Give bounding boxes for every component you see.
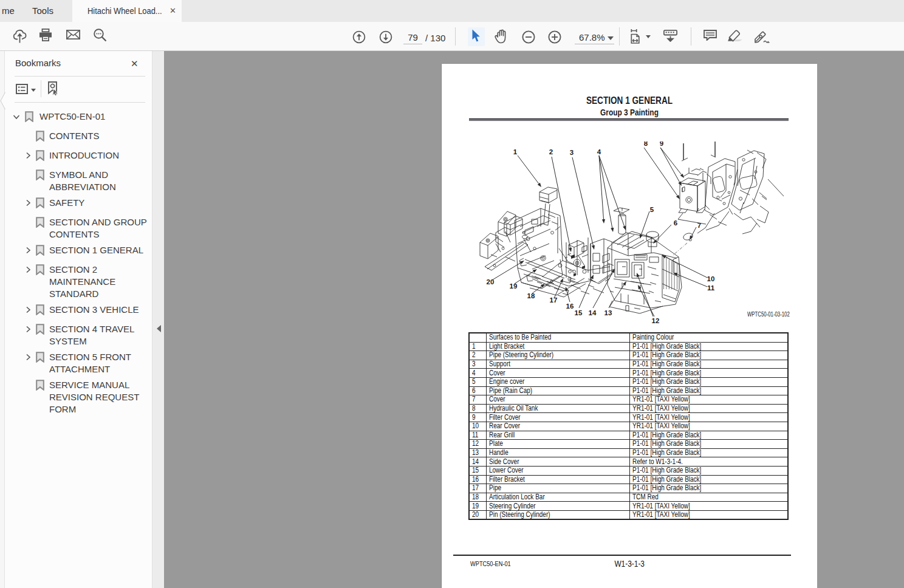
svg-text:17: 17 — [550, 296, 558, 304]
svg-text:3: 3 — [570, 149, 574, 156]
svg-text:1: 1 — [513, 148, 518, 156]
svg-text:12: 12 — [652, 317, 660, 324]
svg-text:20: 20 — [487, 278, 495, 285]
svg-text:9: 9 — [660, 142, 663, 147]
svg-text:16: 16 — [566, 303, 574, 310]
svg-text:10: 10 — [707, 275, 715, 282]
svg-text:5: 5 — [650, 206, 654, 213]
svg-text:11: 11 — [707, 284, 715, 292]
svg-text:4: 4 — [597, 148, 601, 156]
svg-text:2: 2 — [549, 148, 553, 156]
svg-text:6: 6 — [674, 219, 677, 227]
svg-text:18: 18 — [527, 292, 535, 299]
svg-text:15: 15 — [575, 309, 583, 316]
svg-text:14: 14 — [589, 309, 597, 316]
svg-text:19: 19 — [510, 282, 518, 290]
svg-text:13: 13 — [604, 309, 612, 316]
svg-text:8: 8 — [644, 142, 648, 147]
